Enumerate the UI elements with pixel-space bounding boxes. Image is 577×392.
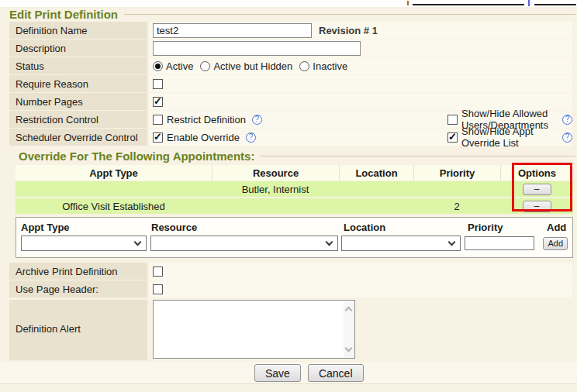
add-column-appt-type: Appt Type: [21, 222, 151, 233]
cell-priority: [413, 181, 500, 197]
appointments-section-title: Override For The Following Appointments:: [19, 150, 254, 163]
resource-select[interactable]: [150, 236, 338, 251]
column-header-priority: Priority: [413, 165, 500, 181]
cut-off-link-1[interactable]: [413, 4, 524, 5]
row-scheduler-override-control: Scheduler Override Control Enable Overri…: [9, 129, 572, 146]
textarea-scrollbar[interactable]: [344, 301, 354, 358]
cell-location: [339, 181, 413, 197]
help-icon[interactable]: ?: [562, 132, 572, 143]
appt-type-select[interactable]: [21, 236, 147, 251]
enable-override-checkbox[interactable]: [153, 132, 163, 143]
red-annotation-box: [512, 163, 572, 211]
archive-label: Archive Print Definition: [9, 263, 147, 280]
cell-appt-type: Office Visit Established: [16, 198, 212, 214]
restrict-definition-label: Restrict Definition: [167, 114, 246, 126]
edit-print-definition-page: Edit Print Definition Definition Name Re…: [0, 0, 577, 392]
number-pages-label: Number Pages: [9, 93, 147, 110]
scroll-up-icon[interactable]: [345, 307, 353, 315]
number-pages-checkbox[interactable]: [153, 97, 163, 107]
column-header-appt-type: Appt Type: [16, 165, 212, 181]
require-reason-checkbox[interactable]: [153, 79, 163, 89]
status-option-label: Inactive: [313, 60, 347, 72]
page-title: Edit Print Definition: [9, 8, 118, 21]
title-rule: [261, 156, 575, 156]
row-status: Status Active Active but Hidden Inactive: [9, 57, 572, 74]
definition-alert-label: Definition Alert: [9, 300, 147, 360]
description-label: Description: [9, 40, 147, 57]
status-label: Status: [9, 57, 147, 74]
add-column-priority: Priority: [468, 222, 545, 233]
description-input[interactable]: [153, 41, 361, 56]
add-column-add: Add: [545, 222, 568, 233]
appointments-section-title-row: Override For The Following Appointments:: [19, 149, 575, 163]
row-use-page-header: Use Page Header:: [9, 280, 572, 297]
action-button-row: Save Cancel: [0, 362, 577, 384]
definition-name-input[interactable]: [153, 23, 312, 38]
cell-location: [339, 198, 413, 214]
save-button[interactable]: Save: [254, 364, 301, 382]
override-appointments-table: Appt Type Resource Location Priority Opt…: [16, 165, 573, 214]
archive-checkbox[interactable]: [153, 266, 163, 277]
cell-resource: Butler, Internist: [212, 181, 339, 197]
location-select[interactable]: [341, 236, 461, 251]
show-hide-appt-label: Show/Hide Appt Override List: [461, 126, 556, 149]
cut-off-text-fragment: [407, 1, 409, 5]
row-archive: Archive Print Definition: [9, 263, 572, 280]
column-header-resource: Resource: [212, 165, 339, 181]
cell-resource: [212, 198, 339, 214]
status-radio-active[interactable]: [153, 61, 163, 71]
add-button[interactable]: Add: [543, 237, 568, 250]
restrict-definition-checkbox[interactable]: [153, 115, 163, 125]
cell-priority: 2: [413, 198, 500, 214]
help-icon[interactable]: ?: [246, 132, 256, 143]
help-icon[interactable]: ?: [562, 115, 572, 125]
page-title-row: Edit Print Definition: [9, 7, 575, 21]
restriction-control-label: Restriction Control: [9, 111, 147, 128]
add-column-resource: Resource: [151, 222, 344, 233]
form: Definition Name Revision # 1 Description…: [0, 22, 572, 146]
require-reason-label: Require Reason: [9, 75, 147, 92]
scheduler-override-label: Scheduler Override Control: [9, 129, 147, 146]
add-column-location: Location: [344, 222, 468, 233]
status-option-label: Active but Hidden: [213, 60, 292, 72]
table-row: Office Visit Established 2 –: [16, 198, 573, 214]
title-rule: [124, 14, 575, 15]
override-table-header: Appt Type Resource Location Priority Opt…: [16, 165, 573, 181]
cancel-button[interactable]: Cancel: [308, 364, 364, 382]
help-icon[interactable]: ?: [252, 115, 262, 125]
add-table-header: Appt Type Resource Location Priority Add: [21, 220, 568, 234]
priority-input[interactable]: [465, 236, 534, 250]
table-row: Butler, Internist –: [16, 181, 573, 197]
cell-appt-type: [16, 181, 212, 197]
row-require-reason: Require Reason: [9, 75, 572, 92]
add-table-controls: Add: [21, 234, 568, 253]
definition-name-label: Definition Name: [9, 22, 147, 39]
row-definition-name: Definition Name Revision # 1: [9, 22, 572, 39]
row-description: Description: [9, 40, 572, 57]
column-header-location: Location: [339, 165, 413, 181]
top-link-bar: [0, 0, 577, 7]
row-definition-alert: Definition Alert: [9, 300, 572, 360]
status-option-label: Active: [166, 60, 193, 72]
show-hide-appt-checkbox[interactable]: [447, 132, 458, 143]
scroll-down-icon[interactable]: [345, 345, 353, 352]
link-separator: [528, 0, 530, 6]
cut-off-link-2[interactable]: [534, 4, 576, 5]
status-radio-inactive[interactable]: [299, 61, 309, 71]
use-page-header-label: Use Page Header:: [9, 280, 147, 297]
use-page-header-checkbox[interactable]: [153, 284, 163, 294]
show-hide-users-checkbox[interactable]: [447, 115, 458, 125]
enable-override-label: Enable Override: [167, 132, 240, 143]
revision-label: Revision # 1: [319, 25, 378, 36]
status-radio-active-but-hidden[interactable]: [200, 61, 210, 71]
add-override-panel: Appt Type Resource Location Priority Add: [16, 217, 573, 258]
definition-alert-textarea[interactable]: [153, 300, 355, 359]
